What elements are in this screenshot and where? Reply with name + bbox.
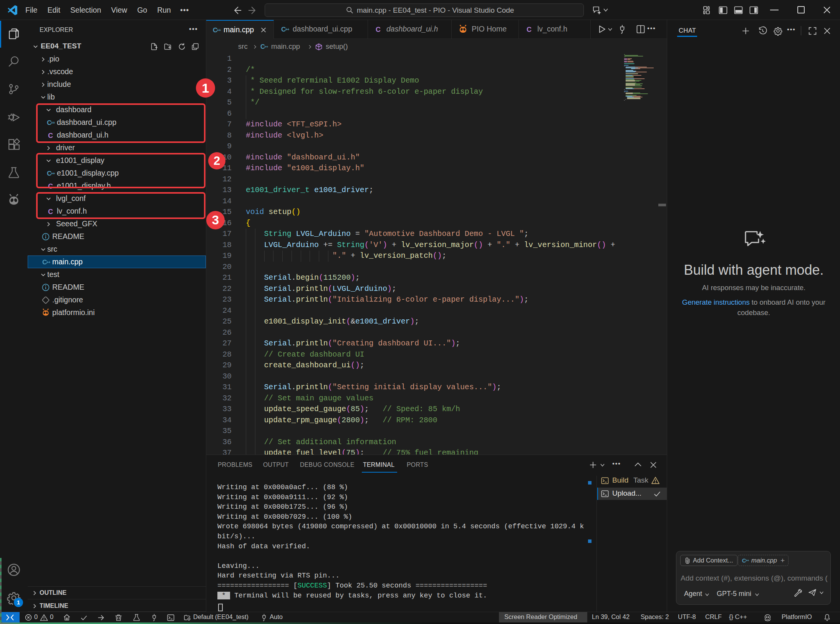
svg-text:C: C [376, 26, 381, 33]
svg-text:C: C [527, 26, 532, 33]
svg-text:+: + [48, 260, 51, 264]
svg-text:+: + [287, 27, 290, 32]
svg-text:+: + [266, 45, 268, 49]
svg-text:+: + [747, 559, 749, 563]
svg-text:+: + [219, 28, 221, 32]
